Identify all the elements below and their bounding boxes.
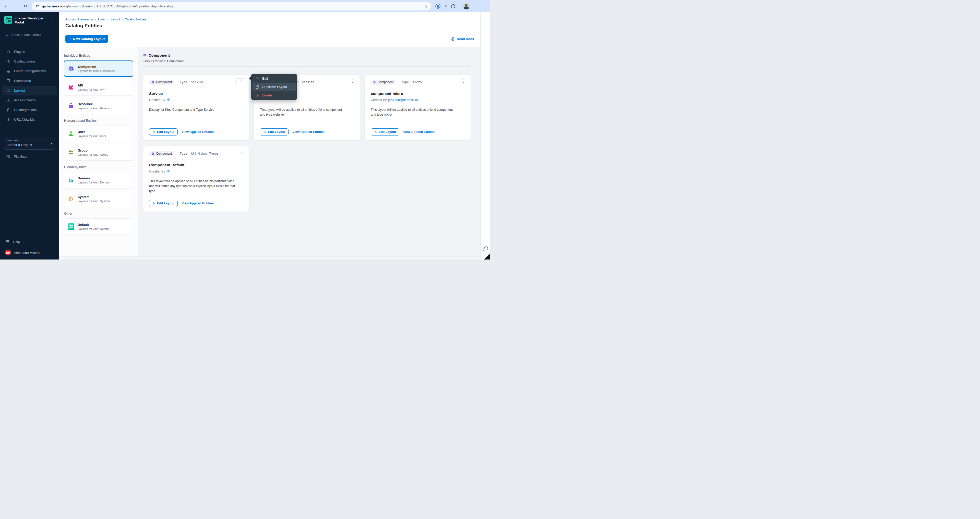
context-menu-caret bbox=[249, 76, 251, 81]
user-avatar: HM bbox=[5, 250, 11, 256]
browser-back-button[interactable]: ← bbox=[3, 2, 10, 10]
entity-kind-component[interactable]: Component Layouts for kind: Component bbox=[64, 60, 133, 77]
breadcrumb-account[interactable]: Account: Harness.io bbox=[65, 17, 93, 21]
pencil-icon: ✎ bbox=[153, 201, 155, 205]
card-menu-kebab-icon[interactable]: ⋮ bbox=[460, 78, 467, 84]
card-menu-kebab-icon[interactable]: ⋮ bbox=[237, 78, 245, 85]
component-chip-icon bbox=[151, 152, 154, 156]
entity-kind-user[interactable]: User Layouts for kind: User bbox=[64, 125, 133, 142]
duplicate-copy-icon bbox=[256, 86, 259, 89]
new-catalog-layout-button[interactable]: + New Catalog Layout bbox=[65, 35, 108, 43]
creator-email-link[interactable]: jenil.jain@harness.io bbox=[388, 98, 418, 102]
sidebar-item-pipelines[interactable]: Pipelines bbox=[0, 149, 59, 164]
app-switcher-icon[interactable] bbox=[50, 16, 56, 21]
entity-kind-group[interactable]: Group Layouts for kind: Group bbox=[64, 144, 133, 160]
view-applied-entities-link[interactable]: View Applied Entities bbox=[181, 130, 214, 134]
chat-widget-icon[interactable] bbox=[482, 245, 489, 253]
layouts-main-area: Component Layouts for kind: Component bbox=[138, 47, 480, 256]
browser-forward-button[interactable]: → bbox=[12, 2, 20, 10]
harness-logo-icon: ❖ bbox=[167, 170, 170, 173]
back-to-main-menu[interactable]: ← Back to Main Menu bbox=[0, 28, 59, 41]
user-profile[interactable]: HM Himanshu Mishra bbox=[0, 247, 59, 257]
edit-layout-button[interactable]: ✎ Edit Layout bbox=[260, 129, 288, 135]
scorecards-icon bbox=[6, 79, 11, 83]
entity-kind-resource[interactable]: Resource Layouts for kind: Resource bbox=[64, 98, 133, 114]
bookmark-star-icon[interactable]: ☆ bbox=[424, 4, 428, 9]
app-title: Internal Developer Portal bbox=[14, 16, 48, 25]
git-branch-icon bbox=[6, 108, 11, 112]
browser-refresh-button[interactable]: ⟳ bbox=[22, 2, 30, 10]
sidebar-item-scorecards[interactable]: Scorecards bbox=[0, 76, 59, 86]
breadcrumb-catalog-entities[interactable]: Catalog Entities bbox=[125, 17, 146, 21]
doc-arrow-icon bbox=[451, 37, 455, 41]
browser-profile-avatar[interactable] bbox=[463, 3, 469, 10]
sidebar-item-access-control[interactable]: Access Control bbox=[0, 95, 59, 105]
domain-building-icon bbox=[67, 177, 74, 184]
view-applied-entities-link[interactable]: View Applied Entities bbox=[293, 130, 325, 134]
view-applied-entities-link[interactable]: View Applied Entities bbox=[181, 202, 214, 205]
sidebar-section-divider bbox=[2, 41, 57, 43]
menu-item-duplicate-layout[interactable]: Duplicate Layout bbox=[253, 83, 296, 91]
entity-kind-api[interactable]: API Layouts for kind: API bbox=[64, 79, 133, 95]
sidebar-item-layout[interactable]: Layout bbox=[2, 86, 57, 95]
chevron-right-icon: › bbox=[51, 141, 52, 146]
screen: ← → ⟳ qa.harness.io/ng/account/zEaak-FLS… bbox=[0, 0, 490, 259]
menu-item-edit[interactable]: ✎ Edit bbox=[253, 74, 296, 83]
layout-description: This layout will be applied to all entit… bbox=[260, 108, 347, 117]
entity-kind-default[interactable]: Default Layouts for kind: Default bbox=[64, 218, 133, 235]
entity-kind-system[interactable]: ⚙ System Layouts for kind: System bbox=[64, 190, 133, 207]
chevron-right-icon: › bbox=[94, 17, 95, 21]
link-icon bbox=[6, 117, 11, 122]
sidebar-item-plugins[interactable]: Plugins bbox=[0, 47, 59, 57]
layout-title: Service bbox=[149, 91, 243, 96]
component-badge: Component bbox=[149, 79, 174, 85]
content-body: Individual Entities Component bbox=[59, 47, 480, 256]
harness-logo-icon: ❖ bbox=[167, 98, 170, 102]
arrow-left-icon: ← bbox=[5, 33, 9, 37]
svg-text:?: ? bbox=[7, 240, 8, 242]
help-button[interactable]: ? Help bbox=[0, 236, 59, 247]
edit-layout-button[interactable]: ✎ Edit Layout bbox=[149, 129, 178, 135]
sidebar-item-oauth-configurations[interactable]: OAuth Configurations bbox=[0, 66, 59, 76]
help-chat-icon: ? bbox=[6, 239, 10, 245]
pencil-icon: ✎ bbox=[256, 76, 259, 80]
created-by: Created By ❖ bbox=[149, 169, 243, 173]
edit-layout-button[interactable]: ✎ Edit Layout bbox=[371, 129, 399, 135]
idp-logo bbox=[4, 16, 12, 24]
breadcrumb-layout[interactable]: Layout bbox=[111, 17, 120, 21]
view-applied-entities-link[interactable]: View Applied Entities bbox=[403, 130, 435, 134]
toolbar: + New Catalog Layout Read Docs bbox=[59, 31, 480, 47]
sidebar-footer: ? Help HM Himanshu Mishra bbox=[0, 235, 59, 259]
card-menu-kebab-icon[interactable]: ⋮ bbox=[349, 78, 356, 84]
breadcrumb: Account: Harness.io › Admin › Layout › C… bbox=[65, 17, 480, 21]
card-menu-kebab-icon[interactable]: ⋮ bbox=[238, 150, 245, 156]
component-badge: Component bbox=[149, 151, 174, 156]
onepassword-extension-icon[interactable] bbox=[435, 3, 441, 9]
browser-extensions-area: ✳ ⋮ bbox=[433, 3, 479, 10]
breadcrumb-admin[interactable]: Admin bbox=[97, 17, 106, 21]
site-settings-icon[interactable] bbox=[35, 4, 39, 8]
chevron-right-icon: › bbox=[122, 17, 123, 21]
type-text: Type: All Other Types bbox=[180, 152, 219, 156]
browser-toolbar: ← → ⟳ qa.harness.io/ng/account/zEaak-FLS… bbox=[0, 0, 490, 12]
entity-kind-domain[interactable]: Domain Layouts for kind: Domain bbox=[64, 172, 133, 188]
sidebar-nav: Plugins Configurations bbox=[0, 47, 59, 124]
project-selector[interactable]: PROJECT Select a Project › bbox=[4, 137, 55, 149]
layout-description: Display for Kind Component and Type Serv… bbox=[149, 108, 236, 112]
sidebar-item-git-integrations[interactable]: Git Integrations bbox=[0, 105, 59, 115]
layout-card-component-micro: Component Type: micro ⋮ component-micro … bbox=[364, 75, 471, 140]
layout-description: This layout will be applied to all entit… bbox=[371, 108, 458, 117]
extension-spinner-icon[interactable]: ✳ bbox=[444, 4, 447, 8]
plus-icon: + bbox=[69, 37, 71, 41]
menu-item-delete[interactable]: Delete bbox=[253, 91, 296, 100]
sidebar-item-url-allow-list[interactable]: URL Allow List bbox=[0, 115, 59, 124]
extensions-puzzle-icon[interactable] bbox=[451, 4, 455, 8]
address-bar[interactable]: qa.harness.io/ng/account/zEaak-FLS425IEO… bbox=[32, 2, 431, 11]
edit-layout-button[interactable]: ✎ Edit Layout bbox=[149, 200, 178, 207]
sidebar-item-configurations[interactable]: Configurations bbox=[0, 57, 59, 66]
section-label: Human based Entities bbox=[64, 119, 133, 122]
card-context-menu: ✎ Edit Duplicate Layout bbox=[251, 74, 297, 100]
read-docs-link[interactable]: Read Docs bbox=[451, 37, 474, 41]
browser-menu-icon[interactable]: ⋮ bbox=[473, 4, 477, 9]
kind-title: Component bbox=[149, 53, 170, 57]
